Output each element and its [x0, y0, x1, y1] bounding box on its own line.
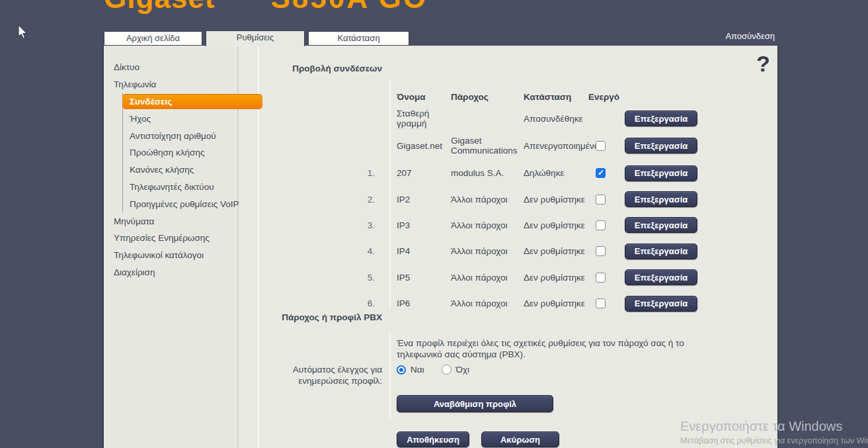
content-divider-bottom: [389, 332, 391, 418]
table-row: 3. IP3 Άλλοι πάροχοι Δεν ρυθμίστηκε Επεξ…: [333, 212, 725, 238]
auto-check-radio-group: Ναι Όχι: [397, 365, 487, 375]
table-row: 4. IP4 Άλλοι πάροχοι Δεν ρυθμίστηκε Επεξ…: [333, 238, 725, 264]
sidebar-item-connections[interactable]: Συνδέσεις: [122, 94, 262, 109]
tab-settings[interactable]: Ρυθμίσεις: [206, 30, 305, 46]
connection-name: IP2: [375, 195, 451, 204]
radio-option-no[interactable]: Όχι: [442, 365, 470, 375]
table-header-row: Όνομα Πάροχος Κατάσταση Ενεργό: [333, 87, 725, 106]
row-number: 2.: [333, 195, 375, 204]
connection-name: IP3: [375, 220, 451, 230]
connection-status: Απενεργοποιημένο: [524, 141, 588, 151]
logout-link[interactable]: Αποσύνδεση: [707, 31, 775, 41]
connection-name: Gigaset.net: [375, 141, 451, 151]
col-header-status: Κατάσταση: [524, 92, 588, 102]
connection-status: Αποσυνδέθηκε: [524, 114, 588, 124]
cancel-button[interactable]: Ακύρωση: [481, 431, 559, 447]
connection-status: Δεν ρυθμίστηκε: [524, 273, 588, 283]
connection-status: Δεν ρυθμίστηκε: [524, 246, 588, 256]
connections-table: Όνομα Πάροχος Κατάσταση Ενεργό Σταθερή γ…: [333, 87, 725, 316]
edit-button[interactable]: Επεξεργασία: [625, 269, 697, 285]
connection-provider: Άλλοι πάροχοι: [451, 246, 524, 256]
pbx-description: Ένα προφίλ περιέχει όλες τις σχετικές ρυ…: [397, 337, 727, 360]
table-row: 1. 207 modulus S.A. Δηλώθηκε Επεξεργασία: [333, 160, 725, 186]
connection-provider: Gigaset Communications: [451, 136, 524, 156]
sidebar-item-audio[interactable]: Ήχος: [114, 110, 263, 127]
connection-status: Δεν ρυθμίστηκε: [524, 298, 588, 308]
connection-provider: Άλλοι πάροχοι: [451, 273, 524, 283]
sidebar-item-directories[interactable]: Τηλεφωνικοί κατάλογοι: [114, 247, 263, 264]
row-number: 3.: [333, 220, 375, 230]
gigaset-logo: GigasetS850A GO: [104, 0, 428, 15]
active-checkbox[interactable]: [596, 195, 606, 204]
auto-check-label: Αυτόματος έλεγχος για ενημερώσεις προφίλ…: [245, 365, 382, 386]
sidebar-item-info-services[interactable]: Υπηρεσίες Ενημέρωσης: [114, 230, 263, 247]
active-checkbox[interactable]: [596, 141, 606, 151]
sidebar-item-dialing-rules[interactable]: Κανόνες κλήσης: [114, 161, 263, 179]
radio-no-label: Όχι: [456, 365, 470, 375]
sidebar-item-advanced-voip[interactable]: Προηγμένες ρυθμίσεις VoIP: [114, 195, 263, 212]
row-number: 5.: [333, 273, 375, 283]
radio-yes-label: Ναι: [411, 365, 424, 375]
edit-button[interactable]: Επεξεργασία: [625, 111, 697, 126]
radio-no-icon[interactable]: [442, 365, 452, 375]
active-checkbox[interactable]: [596, 246, 606, 256]
connection-name: IP5: [375, 273, 451, 283]
windows-watermark-line2: Μετάβαση στις ρυθμίσεις για ενεργοποίηση…: [680, 436, 868, 445]
tab-status[interactable]: Κατάσταση: [308, 31, 409, 46]
col-header-name: Όνομα: [375, 92, 451, 102]
sidebar-item-management[interactable]: Διαχείριση: [114, 264, 263, 281]
logo-brand: Gigaset: [104, 0, 215, 14]
profile-upgrade-button[interactable]: Αναβάθμιση προφίλ: [397, 395, 553, 412]
col-header-provider: Πάροχος: [451, 92, 524, 102]
connection-name: IP4: [375, 246, 451, 256]
edit-button[interactable]: Επεξεργασία: [625, 217, 697, 233]
active-checkbox[interactable]: [596, 220, 606, 230]
sidebar-item-network[interactable]: Δίκτυο: [114, 59, 263, 76]
logo-model: S850A GO: [270, 0, 428, 14]
connection-provider: Άλλοι πάροχοι: [451, 195, 524, 204]
connection-provider: Άλλοι πάροχοι: [451, 298, 524, 308]
connection-status: Δεν ρυθμίστηκε: [524, 220, 588, 230]
edit-button[interactable]: Επεξεργασία: [625, 165, 697, 181]
connection-name: Σταθερή γραμμή: [375, 109, 451, 128]
edit-button[interactable]: Επεξεργασία: [625, 191, 697, 207]
table-row: 5. IP5 Άλλοι πάροχοι Δεν ρυθμίστηκε Επεξ…: [333, 265, 725, 291]
col-header-active: Ενεργό: [588, 92, 625, 102]
connection-name: 207: [375, 168, 451, 178]
sidebar-item-call-forwarding[interactable]: Προώθηση κλήσης: [114, 144, 263, 161]
save-button[interactable]: Αποθήκευση: [397, 431, 469, 447]
table-row: 6. IP6 Άλλοι πάροχοι Δεν ρυθμίστηκε Επεξ…: [333, 291, 725, 316]
edit-button[interactable]: Επεξεργασία: [625, 244, 697, 259]
radio-option-yes[interactable]: Ναι: [397, 365, 424, 375]
row-number: 1.: [333, 168, 375, 178]
connection-provider: Άλλοι πάροχοι: [451, 220, 524, 230]
table-row: 2. IP2 Άλλοι πάροχοι Δεν ρυθμίστηκε Επεξ…: [333, 186, 725, 212]
connections-section-label: Προβολή συνδέσεων: [258, 64, 382, 73]
connection-status: Δεν ρυθμίστηκε: [524, 195, 588, 204]
connection-name: IP6: [375, 298, 451, 308]
active-checkbox[interactable]: [596, 273, 606, 283]
mouse-cursor-icon: [18, 25, 28, 40]
sidebar-item-number-assignment[interactable]: Αντιστοίχηση αριθμού: [114, 127, 263, 144]
edit-button[interactable]: Επεξεργασία: [625, 138, 697, 154]
connection-provider: modulus S.A.: [451, 168, 524, 178]
radio-yes-icon[interactable]: [397, 365, 406, 375]
active-checkbox[interactable]: [596, 298, 606, 308]
connection-status: Δηλώθηκε: [524, 168, 588, 178]
table-row: Gigaset.net Gigaset Communications Απενε…: [333, 131, 725, 160]
row-number: 6.: [333, 298, 375, 308]
row-number: 4.: [333, 246, 375, 256]
help-icon[interactable]: ?: [756, 52, 770, 75]
sidebar-item-telephony[interactable]: Τηλεφωνία: [114, 76, 263, 93]
sidebar-item-messages[interactable]: Μηνύματα: [114, 212, 263, 230]
sidebar-item-network-mailboxes[interactable]: Τηλεφωνητές δικτύου: [114, 179, 263, 196]
active-checkbox[interactable]: [596, 168, 606, 178]
tab-home[interactable]: Αρχική σελίδα: [104, 31, 202, 46]
windows-watermark-line1: Ενεργοποιήστε τα Windows: [680, 419, 842, 434]
gigaset-admin-page: GigasetS850A GO Αρχική σελίδα Ρυθμίσεις …: [0, 0, 868, 448]
sidebar-nav: Δίκτυο Τηλεφωνία Συνδέσεις Ήχος Αντιστοί…: [114, 59, 263, 281]
edit-button[interactable]: Επεξεργασία: [625, 296, 697, 312]
table-row: Σταθερή γραμμή Αποσυνδέθηκε Επεξεργασία: [333, 106, 725, 131]
